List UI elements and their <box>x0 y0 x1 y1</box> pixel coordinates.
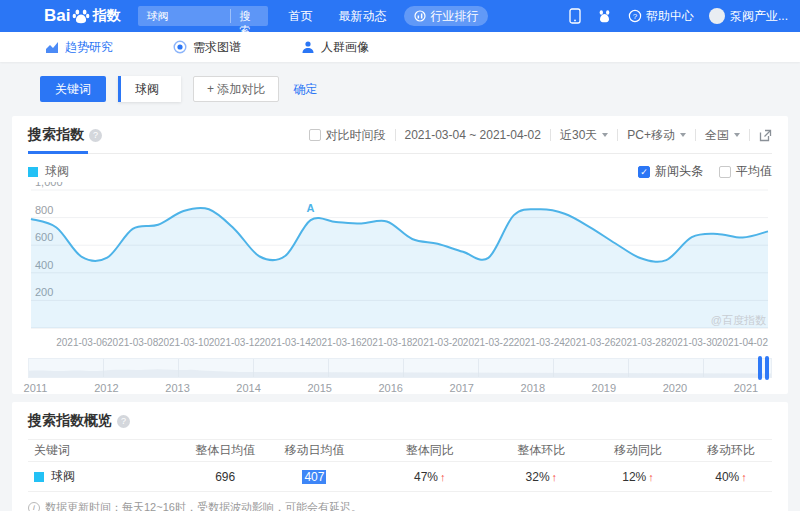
tab-label: 人群画像 <box>321 39 369 56</box>
svg-text:2021-03-28: 2021-03-28 <box>615 337 667 348</box>
svg-text:2021-03-18: 2021-03-18 <box>361 337 413 348</box>
year-label: 2014 <box>236 382 260 394</box>
year-label: 2012 <box>94 382 118 394</box>
app-paw-icon[interactable] <box>596 9 613 23</box>
ranking-icon <box>414 10 426 22</box>
avatar <box>709 8 725 24</box>
svg-text:2021-03-12: 2021-03-12 <box>209 337 261 348</box>
mobile-icon[interactable] <box>569 8 581 24</box>
col-overall-yoy: 整体同比 <box>363 442 497 459</box>
compare-period-checkbox[interactable]: 对比时间段 <box>309 127 386 144</box>
add-compare-button[interactable]: + 添加对比 <box>193 76 279 102</box>
info-icon: i <box>28 502 40 511</box>
mobile-avg-cell: 407 <box>266 470 363 484</box>
svg-text:2021-04-02: 2021-04-02 <box>717 337 769 348</box>
region-select[interactable]: 全国 <box>705 127 740 144</box>
divider <box>617 129 618 141</box>
search-index-overview-card: 搜索指数概览 ? 关键词 整体日均值 移动日均值 整体同比 整体环比 移动同比 … <box>12 402 788 511</box>
svg-text:2021-03-26: 2021-03-26 <box>565 337 617 348</box>
period-select[interactable]: 近30天 <box>560 127 608 144</box>
svg-text:2021-03-14: 2021-03-14 <box>260 337 312 348</box>
tab-trend-research[interactable]: 趋势研究 <box>45 39 113 56</box>
year-label: 2017 <box>450 382 474 394</box>
keyword-tag[interactable]: 球阀 <box>118 76 181 102</box>
help-center[interactable]: ? 帮助中心 <box>628 8 694 25</box>
year-label: 2013 <box>165 382 189 394</box>
average-checkbox[interactable]: 平均值 <box>719 163 772 180</box>
table-header: 关键词 整体日均值 移动日均值 整体同比 整体环比 移动同比 移动环比 <box>28 439 772 462</box>
search-index-card: 搜索指数 ? 对比时间段 2021-03-04 ~ 2021-04-02 近30… <box>12 116 788 394</box>
search-input[interactable] <box>138 10 230 22</box>
date-range-picker[interactable]: 2021-03-04 ~ 2021-04-02 <box>405 128 541 142</box>
col-mobile-daily-avg: 移动日均值 <box>266 442 363 459</box>
trend-chart-area[interactable]: 2004006008001,0002021-03-062021-03-08202… <box>28 182 772 352</box>
series-color-swatch <box>28 167 38 177</box>
watermark: @百度指数 <box>711 313 766 328</box>
keyword-value: 球阀 <box>51 468 75 485</box>
sub-navigation: 趋势研究 需求图谱 人群画像 <box>0 32 800 62</box>
card-title: 搜索指数 <box>28 126 84 144</box>
tab-demand-map[interactable]: 需求图谱 <box>173 39 241 56</box>
checkbox-unchecked-icon[interactable] <box>309 129 321 141</box>
baidu-index-logo[interactable]: Bai 指数 <box>44 6 120 26</box>
mobile-avg-value-highlighted[interactable]: 407 <box>302 470 326 484</box>
navbar-links: 首页 最新动态 <box>288 8 386 25</box>
overall-yoy-value: 47% <box>414 470 438 484</box>
chevron-down-icon <box>680 133 686 137</box>
mobile-yoy-cell: 12%↑ <box>586 470 690 484</box>
export-icon[interactable] <box>759 129 772 142</box>
data-update-note: i 数据更新时间：每天12~16时，受数据波动影响，可能会有延迟。 <box>28 500 772 511</box>
user-account[interactable]: 泵阀产业... <box>709 8 788 25</box>
confirm-button[interactable]: 确定 <box>293 81 317 98</box>
keyword-category-button[interactable]: 关键词 <box>40 76 106 102</box>
logo-suffix: 指数 <box>92 7 120 25</box>
paw-icon <box>72 8 90 24</box>
search-button[interactable]: 搜索 <box>230 9 268 23</box>
overall-avg-value: 696 <box>184 470 266 484</box>
col-mobile-yoy: 移动同比 <box>586 442 690 459</box>
trend-chart-svg[interactable]: 2004006008001,0002021-03-062021-03-08202… <box>28 182 772 352</box>
year-label: 2020 <box>663 382 687 394</box>
nav-link-news[interactable]: 最新动态 <box>338 8 386 25</box>
industry-ranking-button[interactable]: 行业排行 <box>404 6 488 26</box>
keyword-cell: 球阀 <box>28 468 184 485</box>
slider-handle-right[interactable] <box>765 356 769 380</box>
svg-text:2021-03-30: 2021-03-30 <box>666 337 718 348</box>
svg-text:2021-03-16: 2021-03-16 <box>310 337 362 348</box>
up-arrow-icon: ↑ <box>552 471 558 483</box>
checkbox-checked-icon[interactable]: ✓ <box>638 166 650 178</box>
divider <box>749 129 750 141</box>
chart-controls: 对比时间段 2021-03-04 ~ 2021-04-02 近30天 PC+移动… <box>309 127 773 144</box>
col-overall-daily-avg: 整体日均值 <box>184 442 266 459</box>
trend-chart-icon <box>45 41 59 54</box>
navbar-right: ? 帮助中心 泵阀产业... <box>569 8 788 25</box>
divider <box>395 129 396 141</box>
ranking-label: 行业排行 <box>430 8 478 25</box>
news-headline-checkbox[interactable]: ✓ 新闻头条 <box>638 163 703 180</box>
mobile-yoy-value: 12% <box>622 470 646 484</box>
svg-text:2021-03-08: 2021-03-08 <box>107 337 159 348</box>
checkbox-unchecked-icon[interactable] <box>719 166 731 178</box>
tab-audience-profile[interactable]: 人群画像 <box>301 39 369 56</box>
slider-handle-left[interactable] <box>758 356 762 380</box>
legend-series-label: 球阀 <box>45 163 69 180</box>
year-label: 2019 <box>592 382 616 394</box>
help-icon: ? <box>628 9 642 23</box>
device-select[interactable]: PC+移动 <box>627 127 686 144</box>
mobile-mom-value: 40% <box>715 470 739 484</box>
up-arrow-icon: ↑ <box>440 471 446 483</box>
tab-label: 趋势研究 <box>65 39 113 56</box>
username: 泵阀产业... <box>730 8 788 25</box>
top-navbar: Bai 指数 搜索 首页 最新动态 行业排行 <box>0 0 800 32</box>
question-icon[interactable]: ? <box>89 129 102 142</box>
overview-title: 搜索指数概览 <box>28 412 112 430</box>
svg-text:2021-03-20: 2021-03-20 <box>412 337 464 348</box>
timeline-slider[interactable] <box>28 358 772 378</box>
overall-yoy-cell: 47%↑ <box>363 470 497 484</box>
question-icon[interactable]: ? <box>117 415 130 428</box>
svg-text:800: 800 <box>35 204 53 216</box>
year-label: 2011 <box>24 382 48 394</box>
nav-link-home[interactable]: 首页 <box>288 8 312 25</box>
divider <box>695 129 696 141</box>
col-mobile-mom: 移动环比 <box>690 442 772 459</box>
